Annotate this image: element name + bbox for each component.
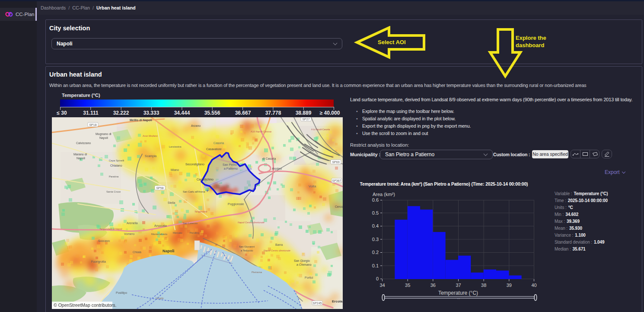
svg-text:Tangenziale: Tangenziale [194,210,207,213]
svg-text:San Lorenzo: San Lorenzo [183,222,198,225]
svg-text:..: .. [457,296,460,300]
svg-text:A16 Napoli-Canosa: A16 Napoli-Canosa [250,130,271,133]
svg-text:Stella: Stella [168,201,175,204]
svg-text:34: 34 [379,283,385,288]
svg-text:Santa Croce: Santa Croce [106,190,121,193]
svg-text:Avvocata: Avvocata [154,224,167,227]
svg-text:Cercola: Cercola [335,205,343,208]
svg-text:Poggioreale: Poggioreale [228,203,244,206]
svg-text:San Pietro: San Pietro [223,163,237,166]
svg-text:Mercato: Mercato [173,232,182,234]
svg-text:Volla: Volla [309,184,316,188]
svg-text:San Carlo all'Arena: San Carlo all'Arena [183,190,205,193]
svg-text:Barra: Barra [275,243,283,246]
svg-text:Montecalvario: Montecalvario [151,233,168,235]
svg-text:Ercola: Ercola [332,299,343,303]
svg-text:Secondigliano: Secondigliano [185,163,204,166]
svg-text:Paratina: Paratina [109,175,119,178]
svg-text:Melito di Napoli: Melito di Napoli [130,119,152,122]
svg-text:40: 40 [531,283,536,288]
svg-text:SP58: SP58 [156,187,163,190]
svg-text:Napoli Centro direzionale: Napoli Centro direzionale [238,221,265,224]
svg-text:Miano: Miano [171,168,179,171]
svg-text:di Casoria: di Casoria [262,157,276,160]
svg-text:Napoli: Napoli [163,249,175,253]
svg-text:Fuorigrotta: Fuorigrotta [91,260,106,264]
svg-text:Asse Mediano: Asse Mediano [142,135,158,137]
svg-text:Casoria: Casoria [214,142,224,145]
svg-text:Arenella: Arenella [127,222,138,225]
svg-text:Pendino: Pendino [190,232,200,234]
svg-text:0.2: 0.2 [372,250,379,255]
svg-text:San Giovanni: San Giovanni [239,245,255,248]
svg-text:Capodichino: Capodichino [197,178,214,181]
svg-text:Calvizzano: Calvizzano [76,142,91,145]
svg-text:36: 36 [430,283,436,288]
svg-text:Napoli: Napoli [99,136,108,140]
svg-text:SP27: SP27 [302,118,309,121]
svg-text:35: 35 [405,283,410,288]
svg-text:38: 38 [481,283,486,288]
svg-text:Soccavo: Soccavo [98,239,110,242]
svg-text:a Cremano: a Cremano [296,263,312,266]
svg-text:SP18: SP18 [89,123,96,126]
svg-text:SP245: SP245 [312,302,322,305]
svg-text:Portici: Portici [305,276,313,279]
svg-text:37: 37 [456,283,461,288]
svg-text:Posillipo: Posillipo [116,291,127,295]
svg-text:SP69: SP69 [332,161,339,164]
svg-text:0.3: 0.3 [372,237,379,242]
svg-text:Chiaiano: Chiaiano [110,164,122,167]
svg-text:0.1: 0.1 [372,263,379,268]
svg-text:Tangenziale di Napoli: Tangenziale di Napoli [99,228,122,230]
svg-text:Select AOI: Select AOI [378,39,406,45]
svg-text:Pietrarsa: Pietrarsa [252,271,262,273]
svg-text:© OpenStreetMap contributors.: © OpenStreetMap contributors. [54,302,116,308]
svg-text:39: 39 [507,283,512,288]
svg-text:Mugnano di: Mugnano di [96,132,112,136]
svg-text:Area (km²): Area (km²) [373,192,395,197]
svg-text:Arpino: Arpino [272,167,282,170]
svg-text:Lanciasina: Lanciasina [169,145,182,148]
svg-text:Napoli Centro direzionale: Napoli Centro direzionale [264,249,290,252]
svg-text:Capa Spinelli: Capa Spinelli [109,159,124,162]
svg-text:SP367: SP367 [332,179,341,182]
svg-text:A Io Napoli-Casoria: A Io Napoli-Casoria [311,128,330,131]
svg-text:0.5: 0.5 [372,210,379,216]
svg-text:a Teduccio: a Teduccio [241,249,253,252]
svg-text:a Patierno: a Patierno [224,167,238,170]
svg-text:Coroglio: Coroglio [156,297,164,299]
svg-text:San Giorgio: San Giorgio [294,259,310,263]
svg-text:Napoli: Napoli [77,157,85,160]
svg-text:0.6: 0.6 [372,197,379,203]
svg-text:Arzano: Arzano [191,124,201,127]
svg-text:Chiaia: Chiaia [133,251,141,254]
svg-text:0: 0 [376,276,379,281]
svg-text:✈: ✈ [206,189,209,193]
svg-text:Scampia: Scampia [145,154,156,158]
svg-text:Casavatore: Casavatore [206,148,222,151]
svg-text:0.4: 0.4 [372,223,379,228]
svg-text:Marano di: Marano di [73,153,87,156]
svg-text:Vomero: Vomero [124,232,134,235]
